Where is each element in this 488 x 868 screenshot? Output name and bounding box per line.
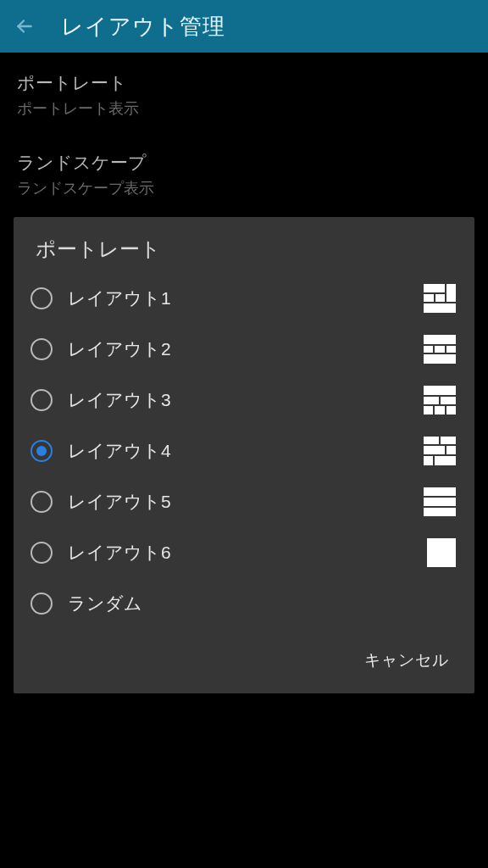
- option-layout1[interactable]: レイアウト1: [14, 273, 474, 324]
- app-bar: レイアウト管理: [0, 0, 488, 53]
- svg-rect-24: [424, 508, 456, 516]
- list-item[interactable]: ポートレート ポートレート表示: [17, 71, 471, 119]
- radio-icon: [30, 440, 53, 462]
- dialog-title: ポートレート: [14, 217, 474, 273]
- cancel-button[interactable]: キャンセル: [358, 643, 456, 678]
- radio-icon: [30, 491, 53, 513]
- svg-rect-4: [424, 303, 456, 313]
- list-item[interactable]: ランドスケープ ランドスケープ表示: [17, 151, 471, 198]
- svg-rect-16: [424, 437, 439, 444]
- page-title: レイアウト管理: [61, 12, 225, 42]
- option-label: レイアウト4: [68, 439, 424, 463]
- dialog-actions: キャンセル: [14, 629, 474, 687]
- svg-rect-17: [441, 437, 456, 444]
- option-layout4[interactable]: レイアウト4: [14, 426, 474, 476]
- option-label: レイアウト3: [68, 388, 424, 412]
- svg-rect-15: [446, 406, 456, 415]
- svg-rect-1: [446, 284, 456, 302]
- svg-rect-12: [441, 397, 456, 404]
- option-label: レイアウト1: [68, 287, 424, 310]
- svg-rect-7: [435, 346, 445, 353]
- layout-thumb-icon: [424, 487, 456, 516]
- option-label: レイアウト5: [68, 490, 424, 514]
- radio-icon: [30, 287, 53, 309]
- svg-rect-25: [427, 538, 456, 567]
- radio-icon: [30, 542, 53, 564]
- layout-thumb-icon: [424, 538, 456, 567]
- svg-rect-18: [424, 446, 445, 454]
- layout-thumb-icon: [424, 284, 456, 313]
- svg-rect-19: [446, 446, 456, 454]
- list-item-subtitle: ランドスケープ表示: [17, 178, 471, 198]
- option-layout3[interactable]: レイアウト3: [14, 375, 474, 426]
- option-layout2[interactable]: レイアウト2: [14, 324, 474, 375]
- layout-thumb-icon: [424, 335, 456, 364]
- svg-rect-0: [424, 284, 445, 292]
- svg-rect-21: [435, 456, 456, 465]
- svg-rect-20: [424, 456, 433, 465]
- svg-rect-9: [424, 354, 456, 364]
- svg-rect-11: [424, 397, 439, 404]
- radio-icon: [30, 593, 53, 615]
- radio-icon: [30, 338, 53, 360]
- svg-rect-8: [446, 346, 456, 353]
- svg-rect-2: [424, 294, 434, 302]
- option-label: ランダム: [68, 592, 456, 615]
- option-layout5[interactable]: レイアウト5: [14, 476, 474, 527]
- list-item-title: ポートレート: [17, 71, 471, 95]
- svg-rect-22: [424, 487, 456, 496]
- option-random[interactable]: ランダム: [14, 578, 474, 629]
- option-layout6[interactable]: レイアウト6: [14, 527, 474, 578]
- svg-rect-5: [424, 335, 456, 344]
- svg-rect-13: [424, 406, 433, 415]
- svg-rect-23: [424, 498, 456, 506]
- layout-thumb-icon: [424, 386, 456, 415]
- list-item-subtitle: ポートレート表示: [17, 98, 471, 119]
- layout-picker-dialog: ポートレート レイアウト1 レイアウト2: [14, 217, 474, 693]
- option-label: レイアウト2: [68, 337, 424, 361]
- radio-icon: [30, 389, 53, 411]
- back-icon[interactable]: [14, 15, 36, 37]
- layout-thumb-icon: [424, 437, 456, 465]
- svg-rect-10: [424, 386, 456, 395]
- option-label: レイアウト6: [68, 541, 424, 565]
- svg-rect-3: [435, 294, 445, 302]
- svg-rect-14: [435, 406, 445, 415]
- svg-rect-6: [424, 346, 433, 353]
- list-item-title: ランドスケープ: [17, 151, 471, 175]
